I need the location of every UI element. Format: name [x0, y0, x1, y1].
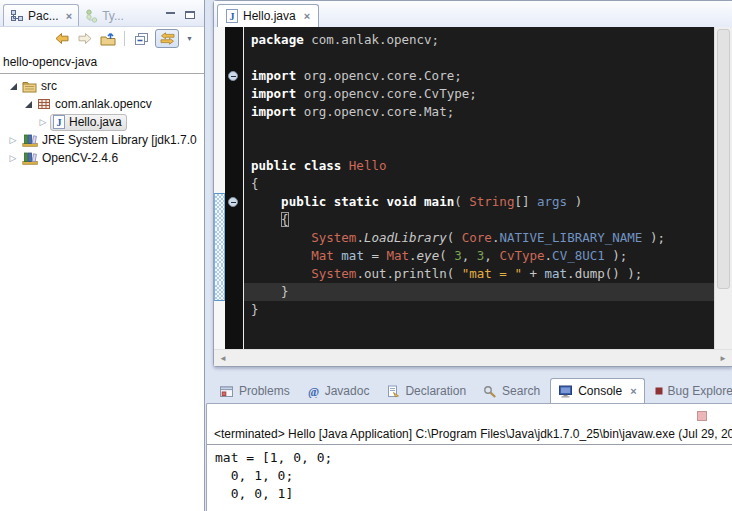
code-token: eye — [417, 248, 440, 263]
fold-gutter — [225, 175, 244, 193]
tab-problems[interactable]: Problems — [212, 379, 297, 403]
annotation-ruler — [214, 31, 225, 49]
code-token: + — [522, 266, 545, 281]
fold-marker-icon[interactable] — [228, 71, 238, 81]
package-explorer-toolbar: ▼ — [0, 27, 204, 50]
fold-gutter — [225, 103, 244, 121]
fold-gutter — [225, 319, 244, 349]
code-token: org.opencv.core.Core; — [296, 68, 462, 83]
vscrollbar-thumb[interactable] — [717, 29, 730, 289]
code-token: Core — [462, 230, 492, 245]
tree-item-jre-system-library-jdk1-7-0[interactable]: ▷JRE System Library [jdk1.7.0 — [0, 131, 204, 149]
code-token: CV_8UC1 — [552, 248, 605, 263]
close-icon[interactable]: × — [304, 10, 310, 22]
editor-pane: J Hello.java × package com.anlak.opencv;… — [213, 0, 732, 367]
scroll-right-icon[interactable]: ► — [719, 354, 727, 363]
tree-item-src[interactable]: src — [0, 77, 204, 95]
code-text: } — [244, 301, 714, 319]
annotation-ruler — [214, 265, 225, 283]
editor-tabbar: J Hello.java × — [214, 1, 732, 27]
fold-gutter — [225, 49, 244, 67]
tab-label: Pac... — [28, 9, 59, 23]
code-token: { — [281, 212, 289, 227]
code-line: { — [214, 211, 714, 229]
console-status-line: <terminated> Hello [Java Application] C:… — [207, 404, 732, 444]
code-token: org.opencv.core.CvType; — [296, 86, 477, 101]
link-with-editor-button[interactable] — [155, 29, 179, 48]
tab-javadoc[interactable]: @Javadoc — [300, 379, 377, 403]
search-icon — [483, 385, 497, 398]
code-token: Mat — [386, 248, 409, 263]
tab-label: Ty... — [102, 9, 124, 23]
package-folder-icon — [22, 80, 37, 93]
code-token: ); — [605, 248, 628, 263]
tab-label: Bug Explorer — [668, 384, 732, 398]
tree-item-label: OpenCV-2.4.6 — [42, 151, 118, 165]
console-output-line: 0, 1, 0; — [215, 467, 732, 485]
tab-package-explorer[interactable]: Pac... × — [3, 4, 79, 26]
code-token: import — [251, 104, 296, 119]
code-token: ( — [439, 248, 454, 263]
fold-gutter — [225, 121, 244, 139]
code-text — [244, 121, 714, 139]
tree-item-label: JRE System Library [jdk1.7.0 — [42, 133, 197, 147]
minimize-icon[interactable] — [166, 11, 176, 20]
console-icon — [558, 385, 573, 398]
code-editor-area[interactable]: package com.anlak.opencv;import org.open… — [214, 27, 714, 349]
code-token: org.opencv.core.Mat; — [296, 104, 454, 119]
view-menu-icon[interactable]: ▼ — [183, 35, 196, 42]
annotation-ruler — [214, 49, 225, 67]
tab-console[interactable]: Console× — [550, 378, 644, 403]
code-text: System.LoadLibrary( Core.NATIVE_LIBRARY_… — [244, 229, 714, 247]
fold-gutter — [225, 157, 244, 175]
code-token: mat — [545, 266, 568, 281]
terminate-button[interactable] — [697, 411, 707, 421]
code-token: .out.println( — [356, 266, 461, 281]
scroll-left-icon[interactable]: ◄ — [219, 354, 227, 363]
project-root[interactable]: hello-opencv-java — [0, 50, 204, 74]
code-text: import org.opencv.core.Mat; — [244, 103, 714, 121]
tab-bug-explorer[interactable]: Bug Explorer — [648, 379, 732, 403]
tree-item-hello-java[interactable]: ▷JHello.java — [0, 113, 204, 131]
twistie-expanded-icon[interactable] — [21, 101, 35, 108]
twistie-collapsed-icon[interactable]: ▷ — [36, 117, 50, 127]
editor-vscrollbar[interactable] — [714, 27, 732, 349]
code-token: com.anlak.opencv; — [304, 32, 439, 47]
tab-label: Problems — [239, 384, 290, 398]
twistie-collapsed-icon[interactable]: ▷ — [6, 153, 20, 163]
tree-item-com-anlak-opencv[interactable]: com.anlak.opencv — [0, 95, 204, 113]
close-icon[interactable]: × — [66, 10, 72, 22]
fold-gutter — [225, 229, 244, 247]
code-line: } — [214, 301, 714, 319]
console-output[interactable]: mat = [1, 0, 0; 0, 1, 0; 0, 0, 1] — [207, 445, 732, 503]
tree-item-opencv-2-4-6[interactable]: ▷OpenCV-2.4.6 — [0, 149, 204, 167]
editor-hscrollbar[interactable]: ◄ ► — [214, 349, 732, 366]
twistie-expanded-icon[interactable] — [6, 83, 20, 90]
problems-icon — [219, 385, 234, 398]
back-button[interactable] — [52, 30, 71, 48]
tab-hello-java[interactable]: J Hello.java × — [217, 4, 319, 27]
console-panel: Problems@JavadocDeclarationSearchConsole… — [206, 375, 732, 511]
code-token: = — [364, 248, 387, 263]
fold-gutter — [225, 67, 244, 85]
close-icon[interactable]: × — [630, 385, 636, 397]
tab-declaration[interactable]: Declaration — [379, 379, 473, 403]
code-token: Mat — [311, 248, 334, 263]
annotation-ruler — [214, 319, 225, 349]
code-token: { — [251, 176, 259, 191]
forward-button[interactable] — [75, 30, 94, 48]
code-token: 3 — [454, 248, 462, 263]
tab-search[interactable]: Search — [476, 379, 547, 403]
maximize-icon[interactable] — [185, 11, 195, 19]
code-token: NATIVE_LIBRARY_NAME — [499, 230, 642, 245]
code-text: import org.opencv.core.Core; — [244, 67, 714, 85]
code-token: String — [469, 194, 514, 209]
code-token: CvType — [499, 248, 544, 263]
collapse-all-button[interactable] — [132, 30, 151, 48]
go-into-button[interactable] — [98, 30, 117, 48]
annotation-ruler — [214, 121, 225, 139]
fold-marker-icon[interactable] — [228, 197, 238, 207]
tab-type-hierarchy[interactable]: Ty... — [79, 5, 130, 26]
twistie-collapsed-icon[interactable]: ▷ — [6, 135, 20, 145]
fold-gutter — [225, 139, 244, 157]
